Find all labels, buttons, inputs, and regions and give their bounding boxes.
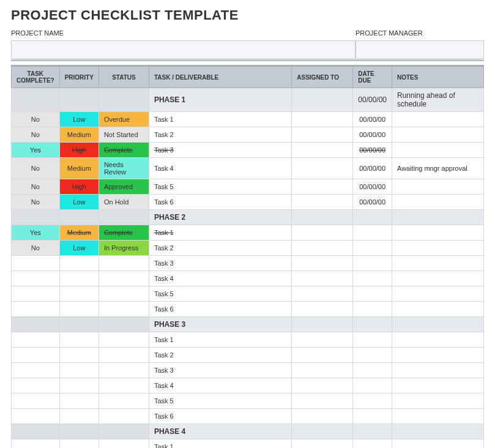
cell-date[interactable]: 00/00/00 — [353, 195, 392, 210]
cell-assigned[interactable] — [292, 179, 353, 195]
cell-assigned[interactable] — [292, 195, 353, 210]
cell-priority[interactable]: Low — [59, 195, 99, 210]
phase-notes: Running ahead of schedule — [392, 88, 484, 112]
table-row[interactable]: No Low Overdue Task 1 00/00/00 — [12, 112, 484, 127]
cell-complete[interactable]: No — [12, 127, 60, 143]
cell-complete[interactable]: Yes — [12, 225, 60, 241]
table-row[interactable]: Task 4 — [12, 378, 484, 394]
cell-status[interactable]: Complete — [99, 225, 149, 241]
cell-task[interactable]: Task 5 — [149, 394, 291, 409]
cell-task[interactable]: Task 4 — [149, 378, 291, 394]
cell-date[interactable]: 00/00/00 — [353, 127, 392, 143]
cell-task[interactable]: Task 3 — [149, 143, 291, 158]
cell-notes[interactable] — [392, 195, 484, 210]
table-row[interactable]: Task 6 — [12, 409, 484, 424]
table-row[interactable]: Yes High Complete Task 3 00/00/00 — [12, 143, 484, 158]
phase-row: PHASE 4 — [12, 424, 484, 439]
cell-assigned[interactable] — [292, 112, 353, 127]
cell-date[interactable]: 00/00/00 — [353, 158, 392, 179]
table-row[interactable]: No Medium Needs Review Task 4 00/00/00 A… — [12, 158, 484, 179]
cell-task[interactable]: Task 1 — [149, 332, 291, 348]
cell-task[interactable]: Task 3 — [149, 363, 291, 378]
cell-complete[interactable]: No — [12, 179, 60, 195]
cell-priority[interactable]: Low — [59, 241, 99, 256]
cell-status[interactable]: Not Started — [99, 127, 149, 143]
cell-task[interactable]: Task 4 — [149, 158, 291, 179]
cell-notes[interactable] — [392, 225, 484, 241]
phase-row: PHASE 2 — [12, 210, 484, 225]
cell-status[interactable]: Needs Review — [99, 158, 149, 179]
table-row[interactable]: Yes Medium Complete Task 1 — [12, 225, 484, 241]
cell-complete[interactable]: Yes — [12, 143, 60, 158]
phase-label: PHASE 1 — [149, 88, 291, 112]
cell-status[interactable]: Approved — [99, 179, 149, 195]
cell-date[interactable] — [353, 241, 392, 256]
cell-complete[interactable]: No — [12, 158, 60, 179]
table-row[interactable]: Task 2 — [12, 348, 484, 363]
cell-status[interactable]: In Progress — [99, 241, 149, 256]
table-row[interactable]: Task 3 — [12, 256, 484, 271]
col-status: STATUS — [99, 66, 149, 88]
cell-task[interactable]: Task 5 — [149, 179, 291, 195]
cell-status[interactable]: Overdue — [99, 112, 149, 127]
cell-complete[interactable]: No — [12, 112, 60, 127]
cell-task[interactable]: Task 2 — [149, 127, 291, 143]
col-date: DATE DUE — [353, 66, 392, 88]
table-row[interactable]: Task 1 — [12, 332, 484, 348]
table-row[interactable]: Task 5 — [12, 286, 484, 302]
cell-priority[interactable]: Medium — [59, 225, 99, 241]
cell-priority[interactable]: Medium — [59, 158, 99, 179]
cell-notes[interactable] — [392, 241, 484, 256]
table-row[interactable]: Task 6 — [12, 302, 484, 317]
cell-priority[interactable]: Medium — [59, 127, 99, 143]
phase-date: 00/00/00 — [353, 88, 392, 112]
cell-date[interactable]: 00/00/00 — [353, 112, 392, 127]
project-name-input[interactable] — [11, 40, 355, 59]
cell-date[interactable]: 00/00/00 — [353, 143, 392, 158]
cell-task[interactable]: Task 6 — [149, 195, 291, 210]
cell-status[interactable]: Complete — [99, 143, 149, 158]
cell-task[interactable]: Task 6 — [149, 302, 291, 317]
cell-date[interactable]: 00/00/00 — [353, 179, 392, 195]
phase-label: PHASE 4 — [149, 424, 291, 439]
cell-task[interactable]: Task 3 — [149, 256, 291, 271]
cell-notes[interactable] — [392, 127, 484, 143]
table-row[interactable]: Task 5 — [12, 394, 484, 409]
cell-notes[interactable] — [392, 112, 484, 127]
cell-assigned[interactable] — [292, 241, 353, 256]
table-row[interactable]: No Low On Hold Task 6 00/00/00 — [12, 195, 484, 210]
cell-task[interactable]: Task 2 — [149, 348, 291, 363]
phase-label: PHASE 2 — [149, 210, 291, 225]
table-row[interactable]: No Medium Not Started Task 2 00/00/00 — [12, 127, 484, 143]
table-row[interactable]: No Low In Progress Task 2 — [12, 241, 484, 256]
checklist-table: TASK COMPLETE? PRIORITY STATUS TASK / DE… — [11, 65, 484, 448]
cell-task[interactable]: Task 4 — [149, 271, 291, 286]
table-row[interactable]: Task 4 — [12, 271, 484, 286]
cell-assigned[interactable] — [292, 158, 353, 179]
cell-complete[interactable]: No — [12, 241, 60, 256]
cell-priority[interactable]: High — [59, 143, 99, 158]
table-row[interactable]: Task 1 — [12, 439, 484, 449]
cell-complete[interactable]: No — [12, 195, 60, 210]
project-manager-input[interactable] — [355, 40, 484, 59]
cell-date[interactable] — [353, 225, 392, 241]
col-notes: NOTES — [392, 66, 484, 88]
table-row[interactable]: Task 3 — [12, 363, 484, 378]
cell-priority[interactable]: High — [59, 179, 99, 195]
cell-assigned[interactable] — [292, 225, 353, 241]
cell-task[interactable]: Task 6 — [149, 409, 291, 424]
table-row[interactable]: No High Approved Task 5 00/00/00 — [12, 179, 484, 195]
cell-assigned[interactable] — [292, 127, 353, 143]
table-header-row: TASK COMPLETE? PRIORITY STATUS TASK / DE… — [12, 66, 484, 88]
cell-task[interactable]: Task 1 — [149, 439, 291, 449]
cell-notes[interactable] — [392, 143, 484, 158]
cell-notes[interactable] — [392, 179, 484, 195]
cell-task[interactable]: Task 1 — [149, 225, 291, 241]
cell-notes[interactable]: Awaiting mngr approval — [392, 158, 484, 179]
cell-task[interactable]: Task 5 — [149, 286, 291, 302]
cell-status[interactable]: On Hold — [99, 195, 149, 210]
cell-assigned[interactable] — [292, 143, 353, 158]
cell-task[interactable]: Task 2 — [149, 241, 291, 256]
cell-priority[interactable]: Low — [59, 112, 99, 127]
cell-task[interactable]: Task 1 — [149, 112, 291, 127]
